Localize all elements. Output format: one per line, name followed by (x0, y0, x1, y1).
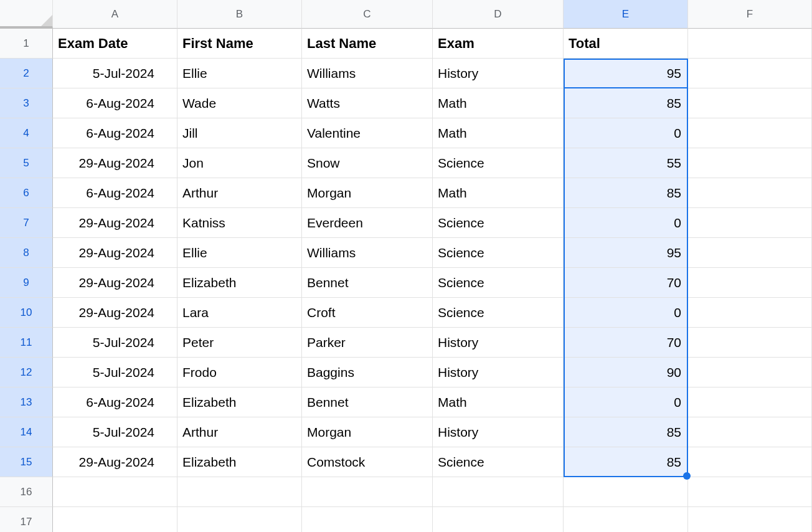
cell-D12[interactable]: History (433, 358, 564, 387)
cell-D2[interactable]: History (433, 59, 564, 88)
select-all-corner[interactable] (0, 0, 53, 29)
cell-F13[interactable] (688, 387, 812, 417)
cell-E15[interactable]: 85 (564, 447, 688, 477)
cell-D14[interactable]: History (433, 417, 564, 447)
cell-D15[interactable]: Science (433, 447, 564, 477)
cell-D16[interactable] (433, 477, 564, 507)
row-header-2[interactable]: 2 (0, 59, 53, 88)
cell-C15[interactable]: Comstock (302, 447, 433, 477)
row-header-7[interactable]: 7 (0, 208, 53, 238)
cell-B2[interactable]: Ellie (177, 59, 302, 88)
cell-D1[interactable]: Exam (433, 29, 564, 59)
cell-A10[interactable]: 29-Aug-2024 (53, 298, 177, 328)
cell-A6[interactable]: 6-Aug-2024 (53, 178, 177, 208)
cell-D9[interactable]: Science (433, 268, 564, 298)
cell-E4[interactable]: 0 (564, 118, 688, 148)
cell-D6[interactable]: Math (433, 178, 564, 208)
cell-A17[interactable] (53, 507, 177, 532)
cell-E12[interactable]: 90 (564, 358, 688, 387)
cell-A11[interactable]: 5-Jul-2024 (53, 328, 177, 358)
cell-E5[interactable]: 55 (564, 148, 688, 178)
cell-C5[interactable]: Snow (302, 148, 433, 178)
cell-C13[interactable]: Bennet (302, 387, 433, 417)
cell-B10[interactable]: Lara (177, 298, 302, 328)
cell-F17[interactable] (688, 507, 812, 532)
col-header-E[interactable]: E (564, 0, 688, 29)
cell-A5[interactable]: 29-Aug-2024 (53, 148, 177, 178)
cell-F2[interactable] (688, 59, 812, 88)
cell-E2[interactable]: 95 (564, 59, 688, 88)
cell-B9[interactable]: Elizabeth (177, 268, 302, 298)
cell-B17[interactable] (177, 507, 302, 532)
cell-C1[interactable]: Last Name (302, 29, 433, 59)
cell-C10[interactable]: Croft (302, 298, 433, 328)
row-header-3[interactable]: 3 (0, 88, 53, 118)
cell-C3[interactable]: Watts (302, 88, 433, 118)
cell-D3[interactable]: Math (433, 88, 564, 118)
cell-C9[interactable]: Bennet (302, 268, 433, 298)
cell-E3[interactable]: 85 (564, 88, 688, 118)
cell-F4[interactable] (688, 118, 812, 148)
cell-B8[interactable]: Ellie (177, 238, 302, 268)
cell-E8[interactable]: 95 (564, 238, 688, 268)
cell-B6[interactable]: Arthur (177, 178, 302, 208)
cell-B7[interactable]: Katniss (177, 208, 302, 238)
cell-C7[interactable]: Everdeen (302, 208, 433, 238)
row-header-12[interactable]: 12 (0, 358, 53, 387)
row-header-17[interactable]: 17 (0, 507, 53, 532)
cell-D10[interactable]: Science (433, 298, 564, 328)
row-header-4[interactable]: 4 (0, 118, 53, 148)
row-header-16[interactable]: 16 (0, 477, 53, 507)
cell-A8[interactable]: 29-Aug-2024 (53, 238, 177, 268)
row-header-14[interactable]: 14 (0, 417, 53, 447)
cell-B14[interactable]: Arthur (177, 417, 302, 447)
row-header-9[interactable]: 9 (0, 268, 53, 298)
cell-F5[interactable] (688, 148, 812, 178)
row-header-5[interactable]: 5 (0, 148, 53, 178)
cell-B16[interactable] (177, 477, 302, 507)
cell-F3[interactable] (688, 88, 812, 118)
spreadsheet-grid[interactable]: A B C D E F 1 Exam Date First Name Last … (0, 0, 812, 532)
cell-F6[interactable] (688, 178, 812, 208)
cell-C8[interactable]: Williams (302, 238, 433, 268)
cell-E7[interactable]: 0 (564, 208, 688, 238)
col-header-D[interactable]: D (433, 0, 564, 29)
cell-F16[interactable] (688, 477, 812, 507)
cell-E14[interactable]: 85 (564, 417, 688, 447)
cell-C2[interactable]: Williams (302, 59, 433, 88)
cell-F1[interactable] (688, 29, 812, 59)
cell-B11[interactable]: Peter (177, 328, 302, 358)
cell-C17[interactable] (302, 507, 433, 532)
cell-B13[interactable]: Elizabeth (177, 387, 302, 417)
cell-F9[interactable] (688, 268, 812, 298)
col-header-A[interactable]: A (53, 0, 177, 29)
cell-D4[interactable]: Math (433, 118, 564, 148)
cell-D13[interactable]: Math (433, 387, 564, 417)
cell-D5[interactable]: Science (433, 148, 564, 178)
cell-A3[interactable]: 6-Aug-2024 (53, 88, 177, 118)
cell-F15[interactable] (688, 447, 812, 477)
cell-A1[interactable]: Exam Date (53, 29, 177, 59)
cell-D17[interactable] (433, 507, 564, 532)
cell-E10[interactable]: 0 (564, 298, 688, 328)
cell-B3[interactable]: Wade (177, 88, 302, 118)
cell-C11[interactable]: Parker (302, 328, 433, 358)
row-header-1[interactable]: 1 (0, 29, 53, 59)
cell-B12[interactable]: Frodo (177, 358, 302, 387)
cell-C14[interactable]: Morgan (302, 417, 433, 447)
cell-B4[interactable]: Jill (177, 118, 302, 148)
cell-A16[interactable] (53, 477, 177, 507)
cell-D7[interactable]: Science (433, 208, 564, 238)
cell-E11[interactable]: 70 (564, 328, 688, 358)
cell-A12[interactable]: 5-Jul-2024 (53, 358, 177, 387)
row-header-8[interactable]: 8 (0, 238, 53, 268)
cell-F12[interactable] (688, 358, 812, 387)
col-header-F[interactable]: F (688, 0, 812, 29)
cell-B1[interactable]: First Name (177, 29, 302, 59)
cell-F10[interactable] (688, 298, 812, 328)
cell-D8[interactable]: Science (433, 238, 564, 268)
row-header-13[interactable]: 13 (0, 387, 53, 417)
cell-C4[interactable]: Valentine (302, 118, 433, 148)
cell-E17[interactable] (564, 507, 688, 532)
cell-F7[interactable] (688, 208, 812, 238)
